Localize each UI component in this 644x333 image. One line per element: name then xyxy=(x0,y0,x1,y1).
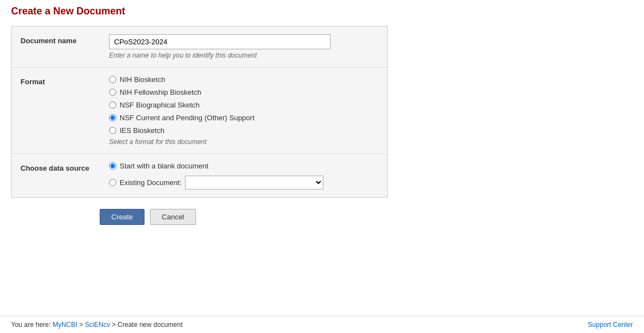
data-source-option-existing: Existing Document: xyxy=(109,176,323,189)
breadcrumb-sep-1: > xyxy=(79,321,85,329)
document-name-row: Document name Enter a name to help you t… xyxy=(12,27,387,68)
format-radio-nih-biosketch[interactable] xyxy=(109,76,116,83)
data-source-section: Choose data source Start with a blank do… xyxy=(12,154,387,197)
format-label-nih-biosketch: NIH Biosketch xyxy=(120,75,165,84)
data-source-radio-existing[interactable] xyxy=(109,179,116,186)
document-name-field: Enter a name to help you to identify thi… xyxy=(109,34,378,59)
support-center-link[interactable]: Support Center xyxy=(588,321,633,329)
format-option-nih-fellowship[interactable]: NIH Fellowship Biosketch xyxy=(109,88,378,96)
data-source-row: Choose data source Start with a blank do… xyxy=(20,162,378,189)
format-label-ies-biosketch: IES Biosketch xyxy=(120,126,164,135)
format-radio-group: NIH Biosketch NIH Fellowship Biosketch N… xyxy=(109,75,378,135)
breadcrumb-prefix: You are here: xyxy=(11,321,53,329)
breadcrumb-sep-2: > xyxy=(112,321,117,329)
data-source-fields: Start with a blank document Existing Doc… xyxy=(109,162,323,189)
format-radio-nsf-current-pending[interactable] xyxy=(109,114,116,121)
format-row: Format NIH Biosketch NIH Fellowship Bios… xyxy=(12,68,387,154)
format-hint: Select a format for this document xyxy=(109,138,378,146)
footer-support: Support Center xyxy=(588,321,633,329)
format-label: Format xyxy=(20,75,109,86)
breadcrumb-link-myncbi[interactable]: MyNCBI xyxy=(53,321,78,329)
format-option-nsf-current-pending[interactable]: NSF Current and Pending (Other) Support xyxy=(109,114,378,122)
document-name-hint: Enter a name to help you to identify thi… xyxy=(109,52,378,59)
page-title: Create a New Document xyxy=(11,6,633,17)
breadcrumb-link-sciencv[interactable]: SciENcv xyxy=(85,321,110,329)
cancel-button[interactable]: Cancel xyxy=(150,209,195,225)
format-field: NIH Biosketch NIH Fellowship Biosketch N… xyxy=(109,75,378,146)
create-document-form: Document name Enter a name to help you t… xyxy=(11,26,388,198)
format-option-ies-biosketch[interactable]: IES Biosketch xyxy=(109,126,378,135)
data-source-radio-blank[interactable] xyxy=(109,162,116,170)
existing-document-select[interactable] xyxy=(185,176,323,189)
footer: You are here: MyNCBI > SciENcv > Create … xyxy=(0,316,644,333)
data-source-label-existing: Existing Document: xyxy=(120,178,182,187)
format-option-nih-biosketch[interactable]: NIH Biosketch xyxy=(109,75,378,84)
breadcrumb: You are here: MyNCBI > SciENcv > Create … xyxy=(11,321,183,329)
form-buttons: Create Cancel xyxy=(100,198,633,230)
format-label-nih-fellowship: NIH Fellowship Biosketch xyxy=(120,88,201,96)
document-name-input[interactable] xyxy=(109,34,331,49)
format-radio-nih-fellowship[interactable] xyxy=(109,89,116,96)
format-label-nsf-biographical: NSF Biographical Sketch xyxy=(120,101,200,109)
format-label-nsf-current-pending: NSF Current and Pending (Other) Support xyxy=(120,114,255,122)
data-source-label-blank: Start with a blank document xyxy=(120,162,208,170)
format-option-nsf-biographical[interactable]: NSF Biographical Sketch xyxy=(109,101,378,109)
document-name-label: Document name xyxy=(20,34,109,45)
data-source-option-blank[interactable]: Start with a blank document xyxy=(109,162,323,170)
create-button[interactable]: Create xyxy=(100,209,145,225)
breadcrumb-current: Create new document xyxy=(117,321,182,329)
format-radio-nsf-biographical[interactable] xyxy=(109,101,116,109)
data-source-label: Choose data source xyxy=(20,162,109,172)
format-radio-ies-biosketch[interactable] xyxy=(109,127,116,134)
